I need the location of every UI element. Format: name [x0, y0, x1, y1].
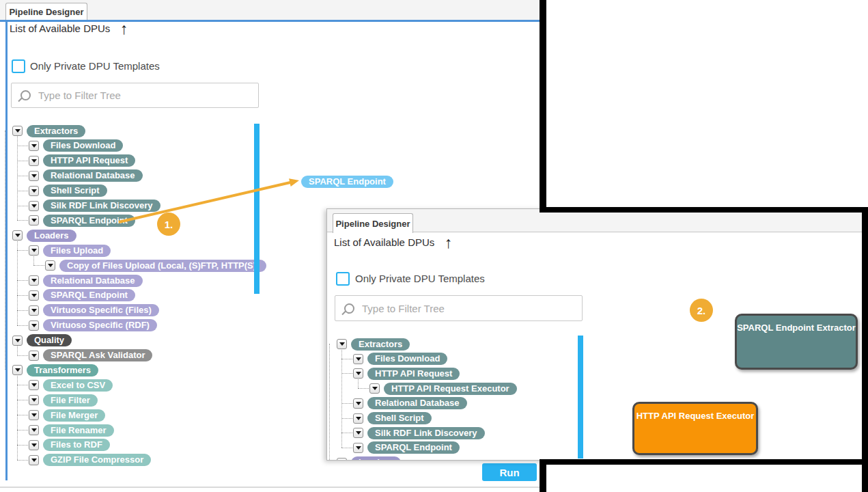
expand-toggle-icon[interactable] — [29, 171, 39, 181]
filter-tree-input[interactable] — [37, 89, 237, 102]
dpu-pill[interactable]: SPARQL Endpoint — [43, 289, 135, 301]
tree-item: Excel to CSV — [29, 379, 113, 392]
dpu-list-title: List of Available DPUs — [10, 23, 110, 34]
dpu-pill[interactable]: Loaders — [351, 456, 401, 461]
dpu-node-http-api-request-executor[interactable]: HTTP API Request Executor — [632, 402, 758, 455]
dpu-pill[interactable]: Relational Database — [43, 275, 143, 287]
expand-toggle-icon[interactable] — [29, 395, 39, 405]
run-button[interactable]: Run — [482, 463, 537, 481]
dpu-pill[interactable]: Silk RDF Link Discovery — [43, 200, 160, 212]
tree-item: Quality — [12, 334, 72, 347]
tree-connector-line — [17, 135, 18, 220]
expand-toggle-icon[interactable] — [29, 245, 39, 256]
tab-pipeline-designer[interactable]: Pipeline Designer — [5, 3, 87, 20]
dpu-pill[interactable]: SPARQL Ask Validator — [43, 349, 152, 361]
dpu-pill[interactable]: Files Upload — [43, 245, 111, 257]
expand-toggle-icon[interactable] — [29, 290, 39, 301]
expand-toggle-icon[interactable] — [337, 458, 347, 461]
dpu-pill[interactable]: File Filter — [43, 394, 98, 407]
tree-item: SPARQL Ask Validator — [29, 349, 152, 362]
expand-toggle-icon[interactable] — [337, 339, 347, 349]
expand-toggle-icon[interactable] — [12, 365, 23, 375]
dpu-pill[interactable]: Copy of Files Upload (Local, (S)FTP, HTT… — [59, 260, 266, 272]
dpu-pill[interactable]: GZIP File Compressor — [43, 454, 151, 466]
dpu-pill[interactable]: Extractors — [351, 338, 410, 351]
dpu-pill[interactable]: Files to RDF — [43, 439, 110, 451]
expand-toggle-icon[interactable] — [29, 410, 39, 420]
dpu-pill[interactable]: HTTP API Request — [367, 368, 460, 380]
tab-pipeline-designer[interactable]: Pipeline Designer — [333, 213, 413, 233]
dpu-pill[interactable]: Shell Script — [367, 412, 432, 424]
expand-toggle-icon[interactable] — [12, 336, 23, 346]
dpu-pill[interactable]: Extractors — [27, 125, 85, 137]
dpu-pill[interactable]: SPARQL Endpoint — [43, 215, 135, 227]
expand-toggle-icon[interactable] — [29, 141, 39, 151]
expand-toggle-icon[interactable] — [29, 440, 39, 450]
expand-toggle-icon[interactable] — [29, 425, 39, 435]
collapse-panel-up-icon[interactable]: ↑ — [445, 235, 453, 250]
frame-border-top — [540, 207, 868, 213]
expand-toggle-icon[interactable] — [29, 215, 39, 226]
expand-toggle-icon[interactable] — [29, 201, 39, 211]
dpu-tree: ExtractorsFiles DownloadHTTP API Request… — [12, 124, 258, 473]
expand-toggle-icon[interactable] — [29, 351, 39, 361]
dpu-pill[interactable]: Files Download — [43, 139, 123, 152]
dpu-pill[interactable]: Shell Script — [43, 184, 107, 197]
filter-tree-input[interactable] — [361, 302, 561, 315]
dpu-pill[interactable]: Transformers — [27, 364, 98, 377]
tree-connector-line — [33, 255, 34, 265]
collapse-panel-up-icon[interactable]: ↑ — [120, 21, 128, 36]
dpu-pill[interactable]: SPARQL Endpoint — [367, 441, 460, 454]
expand-toggle-icon[interactable] — [29, 455, 39, 465]
tree-item: GZIP File Compressor — [29, 454, 151, 467]
dpu-list-title: List of Available DPUs — [334, 236, 434, 248]
dpu-pill[interactable]: File Merger — [43, 409, 105, 422]
dpu-pill[interactable]: Loaders — [27, 230, 76, 242]
dpu-pill[interactable]: Relational Database — [367, 397, 467, 409]
dpu-pill[interactable]: Silk RDF Link Discovery — [367, 427, 485, 439]
dpu-tree: ExtractorsFiles DownloadHTTP API Request… — [337, 338, 576, 461]
window-bottom-edge — [0, 487, 540, 488]
dpu-pill[interactable]: Virtuoso Specific (Files) — [43, 304, 159, 316]
tree-item: Relational Database — [353, 397, 467, 410]
only-private-checkbox[interactable] — [12, 59, 25, 73]
expand-toggle-icon[interactable] — [29, 305, 39, 316]
dragged-dpu-pill[interactable]: SPARQL Endpoint — [301, 176, 393, 188]
expand-toggle-icon[interactable] — [353, 413, 363, 424]
tree-scrollbar[interactable] — [578, 336, 583, 459]
expand-toggle-icon[interactable] — [353, 428, 363, 438]
expand-toggle-icon[interactable] — [12, 126, 23, 136]
expand-toggle-icon[interactable] — [353, 354, 363, 364]
dpu-pill[interactable]: File Renamer — [43, 424, 114, 437]
expand-toggle-icon[interactable] — [29, 380, 39, 390]
dpu-pill[interactable]: Quality — [27, 334, 72, 346]
expand-toggle-icon[interactable] — [29, 186, 39, 196]
tree-item: SPARQL Endpoint — [29, 289, 135, 302]
dpu-pill[interactable]: Virtuoso Specific (RDF) — [43, 319, 157, 331]
filter-tree-field[interactable] — [11, 83, 259, 108]
dpu-node-sparql-endpoint-extractor[interactable]: SPARQL Endpoint Extractor — [735, 314, 858, 370]
step-1-badge: 1. — [157, 213, 180, 236]
tree-scrollbar[interactable] — [254, 124, 260, 294]
expand-toggle-icon[interactable] — [353, 398, 363, 409]
expand-toggle-icon[interactable] — [353, 368, 363, 379]
expand-toggle-icon[interactable] — [353, 443, 363, 453]
tree-connector-line — [341, 348, 342, 448]
expand-toggle-icon[interactable] — [29, 320, 39, 331]
only-private-checkbox[interactable] — [336, 272, 350, 286]
dpu-pill[interactable]: HTTP API Request Executor — [384, 383, 517, 395]
expand-toggle-icon[interactable] — [369, 383, 380, 394]
tree-item: HTTP API Request Executor — [369, 382, 517, 395]
tree-item: Files Download — [29, 139, 123, 152]
expand-toggle-icon[interactable] — [12, 230, 23, 241]
tree-item: Silk RDF Link Discovery — [353, 426, 485, 439]
screenshot-composite: Pipeline Designer List of Available DPUs… — [0, 0, 868, 492]
dpu-pill[interactable]: HTTP API Request — [43, 154, 135, 167]
expand-toggle-icon[interactable] — [29, 275, 39, 286]
dpu-pill[interactable]: Excel to CSV — [43, 379, 113, 392]
dpu-pill[interactable]: Relational Database — [43, 169, 143, 182]
dpu-pill[interactable]: Files Download — [367, 353, 447, 365]
expand-toggle-icon[interactable] — [29, 156, 39, 166]
expand-toggle-icon[interactable] — [45, 260, 55, 271]
filter-tree-field[interactable] — [335, 295, 583, 321]
